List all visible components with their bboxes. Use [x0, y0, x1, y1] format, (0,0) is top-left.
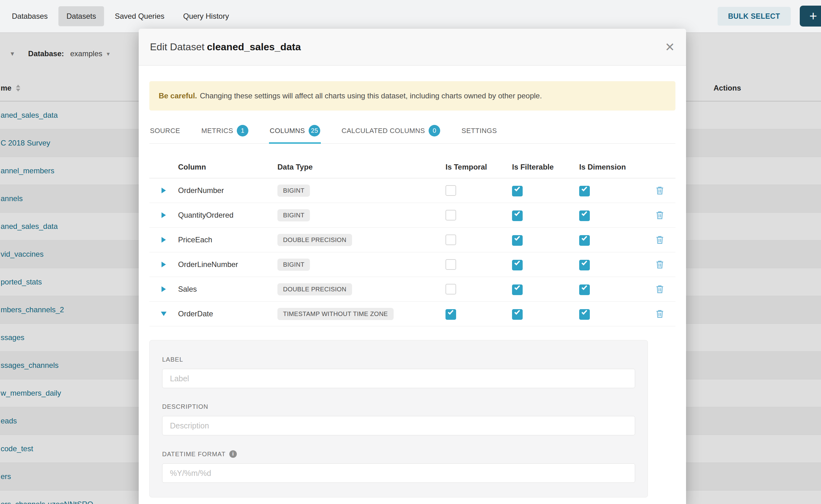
column-row-priceeach: PriceEach DOUBLE PRECISION	[149, 228, 675, 252]
tab-badge: 25	[309, 125, 320, 136]
is-dimension-checkbox[interactable]	[579, 235, 590, 246]
delete-icon[interactable]	[655, 185, 665, 195]
is-filterable-checkbox[interactable]	[512, 186, 523, 196]
warning-bold-text: Be careful.	[159, 91, 197, 100]
column-row-ordernumber: OrderNumber BIGINT	[149, 178, 675, 203]
delete-icon[interactable]	[655, 259, 665, 269]
modal-title: Edit Datasetcleaned_sales_data	[150, 41, 301, 53]
expand-caret-icon[interactable]	[161, 212, 166, 218]
add-dataset-button[interactable]: +	[800, 6, 821, 27]
column-row-sales: Sales DOUBLE PRECISION	[149, 277, 675, 302]
tab-metrics[interactable]: METRICS1	[201, 120, 249, 143]
is-temporal-checkbox[interactable]	[446, 210, 456, 220]
datetime-format-field: DATETIME FORMAT i	[162, 450, 635, 483]
data-type-pill: DOUBLE PRECISION	[277, 234, 352, 246]
delete-icon[interactable]	[655, 235, 665, 245]
expand-caret-icon[interactable]	[161, 286, 166, 292]
is-temporal-checkbox[interactable]	[446, 259, 456, 270]
bulk-select-button[interactable]: BULK SELECT	[718, 7, 791, 26]
tab-bar: SOURCE METRICS1 COLUMNS25 CALCULATED COL…	[149, 120, 675, 144]
tab-badge: 0	[429, 125, 440, 136]
data-type-pill: BIGINT	[277, 185, 310, 197]
is-temporal-checkbox[interactable]	[446, 309, 456, 320]
modal-header: Edit Datasetcleaned_sales_data ✕	[139, 29, 686, 66]
columns-table-header: Column Data Type Is Temporal Is Filterab…	[149, 156, 675, 178]
nav-item-databases[interactable]: Databases	[4, 6, 56, 26]
top-navigation: Databases Datasets Saved Queries Query H…	[0, 0, 821, 32]
expand-caret-icon[interactable]	[161, 237, 166, 243]
data-type-pill: TIMESTAMP WITHOUT TIME ZONE	[277, 308, 393, 320]
datetime-format-input[interactable]	[162, 463, 635, 483]
nav-item-datasets[interactable]: Datasets	[58, 6, 104, 26]
description-field: DESCRIPTION	[162, 403, 635, 435]
is-dimension-checkbox[interactable]	[579, 309, 590, 320]
data-type-pill: DOUBLE PRECISION	[277, 283, 352, 295]
is-dimension-checkbox[interactable]	[579, 186, 590, 196]
info-icon: i	[229, 450, 237, 458]
data-type-pill: BIGINT	[277, 209, 310, 221]
tab-calculated-columns[interactable]: CALCULATED COLUMNS0	[341, 120, 441, 143]
column-row-quantityordered: QuantityOrdered BIGINT	[149, 203, 675, 228]
collapse-caret-icon[interactable]	[161, 312, 166, 316]
column-editor-panel: LABEL DESCRIPTION DATETIME FORMAT i	[149, 340, 648, 497]
tab-settings[interactable]: SETTINGS	[461, 120, 497, 143]
is-temporal-checkbox[interactable]	[446, 185, 456, 196]
delete-icon[interactable]	[655, 309, 665, 319]
label-field: LABEL	[162, 356, 635, 388]
is-filterable-checkbox[interactable]	[512, 235, 523, 246]
modal-body: Be careful.Changing these settings will …	[139, 66, 686, 497]
is-dimension-checkbox[interactable]	[579, 284, 590, 295]
nav-item-query-history[interactable]: Query History	[175, 6, 237, 26]
column-row-orderdate: OrderDate TIMESTAMP WITHOUT TIME ZONE	[149, 302, 675, 326]
edit-dataset-modal: Edit Datasetcleaned_sales_data ✕ Be care…	[139, 29, 686, 504]
label-input[interactable]	[162, 369, 635, 388]
expand-caret-icon[interactable]	[161, 188, 166, 193]
is-filterable-checkbox[interactable]	[512, 284, 523, 295]
is-temporal-checkbox[interactable]	[446, 235, 456, 245]
column-row-orderlinenumber: OrderLineNumber BIGINT	[149, 252, 675, 277]
delete-icon[interactable]	[655, 284, 665, 294]
is-dimension-checkbox[interactable]	[579, 210, 590, 221]
warning-text: Changing these settings will affect all …	[200, 91, 542, 100]
is-dimension-checkbox[interactable]	[579, 260, 590, 270]
columns-table: Column Data Type Is Temporal Is Filterab…	[149, 156, 675, 326]
tab-badge: 1	[237, 125, 248, 136]
close-icon[interactable]: ✕	[665, 41, 675, 53]
is-temporal-checkbox[interactable]	[446, 284, 456, 294]
is-filterable-checkbox[interactable]	[512, 260, 523, 270]
is-filterable-checkbox[interactable]	[512, 210, 523, 221]
is-filterable-checkbox[interactable]	[512, 309, 523, 320]
nav-item-saved-queries[interactable]: Saved Queries	[106, 6, 172, 26]
description-input[interactable]	[162, 416, 635, 435]
warning-banner: Be careful.Changing these settings will …	[149, 81, 675, 111]
tab-columns[interactable]: COLUMNS25	[269, 120, 321, 143]
tab-source[interactable]: SOURCE	[149, 120, 181, 143]
dataset-name: cleaned_sales_data	[207, 41, 301, 52]
delete-icon[interactable]	[655, 210, 665, 220]
data-type-pill: BIGINT	[277, 259, 310, 271]
expand-caret-icon[interactable]	[161, 262, 166, 267]
